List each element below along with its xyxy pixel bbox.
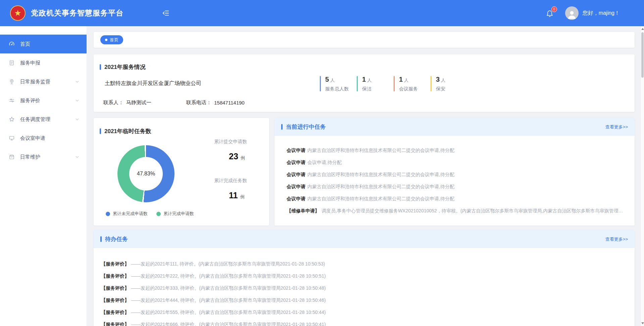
ongoing-tasks-title: 当前进行中任务 (286, 123, 326, 131)
donut-center-label: 47.83% (137, 171, 155, 177)
stat-label: 服务总人数 (325, 86, 349, 92)
staff-stats: 5人 服务总人数 1人 保洁 1人 会议服务 3人 保安 (320, 76, 445, 92)
document-icon (9, 60, 15, 66)
list-item[interactable]: 【服务评价】——发起的2021年555, 待评价。(内蒙古自治区鄂尔多斯市乌审旗… (101, 306, 627, 318)
list-item[interactable]: 会议申请内蒙古自治区呼和浩特市利信息技术有限公司二提交的会议申请,待分配 (287, 180, 627, 193)
list-item[interactable]: 会议申请内蒙古自治区呼和浩特市利信息技术有限公司二提交的会议申请,待分配 (287, 144, 627, 156)
title-bar-accent (100, 128, 101, 134)
stat-label: 保安 (436, 86, 445, 92)
scroll-down-arrow-icon[interactable] (641, 322, 644, 324)
collapse-sidebar-icon[interactable] (162, 9, 169, 17)
donut-chart: 47.83% (117, 145, 175, 202)
list-item[interactable]: 会议申请会议申请,待分配 (287, 156, 627, 168)
list-item[interactable]: 会议申请内蒙古自治区呼和浩特市利信息技术有限公司二提交的会议申请,待分配 (287, 193, 627, 205)
completed-stat: 累计完成任务数 11例 (214, 178, 264, 200)
list-item[interactable]: 【服务评价】——发起的2021年333, 待评价。(内蒙古自治区鄂尔多斯市乌审旗… (101, 282, 627, 294)
sidebar-item-service-declare[interactable]: 服务申报 (0, 53, 87, 72)
sidebar-item-label: 服务申报 (20, 60, 40, 66)
webcam-icon (9, 79, 15, 85)
sidebar-item-label: 日常维护 (20, 154, 40, 160)
sidebar: 首页 服务申报 日常服务监督 服务评价 (0, 26, 87, 326)
list-item[interactable]: 会议申请内蒙古自治区呼和浩特市利信息技术有限公司二提交的会议申请,待分配 (287, 168, 627, 180)
maintenance-icon (9, 154, 15, 160)
sliders-icon (9, 97, 15, 104)
legend-item-unfinished[interactable]: 累计未完成申请数 (106, 211, 148, 217)
sidebar-item-service-evaluation[interactable]: 服务评价 (0, 91, 87, 110)
sidebar-item-label: 服务评价 (20, 97, 40, 104)
legend-item-finished[interactable]: 累计完成申请数 (156, 211, 194, 217)
chevron-down-icon (75, 117, 79, 121)
contact-name: 马静测试一 (126, 99, 151, 106)
chevron-down-icon (75, 80, 79, 84)
breadcrumb: 首页 (94, 32, 635, 48)
scrollbar-thumb[interactable] (641, 32, 644, 78)
chevron-down-icon (75, 98, 79, 103)
todo-tasks-card: 待办任务 查看更多>> 【服务评价】——发起的2021年111, 待评价。(内蒙… (94, 230, 635, 326)
stat-color-bar (357, 76, 358, 91)
user-greeting[interactable]: 您好，majing！ (583, 10, 620, 17)
list-item[interactable]: 【服务评价】——发起的2021年222, 待评价。(内蒙古自治区鄂尔多斯市乌审旗… (101, 270, 627, 282)
sidebar-item-home[interactable]: 首页 (0, 35, 87, 53)
todo-tasks-title: 待办任务 (105, 235, 128, 243)
list-item[interactable]: 【服务评价】——发起的2021年666, 待评价。(内蒙古自治区鄂尔多斯市乌审旗… (101, 318, 627, 326)
notification-badge: 0 (551, 6, 557, 12)
breadcrumb-home-pill[interactable]: 首页 (100, 35, 123, 44)
legend-dot (106, 212, 110, 216)
stat-total-staff: 5人 服务总人数 (320, 76, 357, 92)
todo-tasks-header: 待办任务 查看更多>> (94, 230, 635, 248)
phone-label: 联系电话： (186, 99, 211, 106)
company-name: 土默特左旗金川开发区金厦广场物业公司 (105, 80, 201, 87)
sidebar-item-label: 日常服务监督 (20, 79, 50, 85)
ongoing-tasks-card: 当前进行中任务 查看更多>> 会议申请内蒙古自治区呼和浩特市利信息技术有限公司二… (275, 118, 635, 226)
sidebar-item-daily-maintenance[interactable]: 日常维护 (0, 148, 87, 166)
stat-label: 会议服务 (399, 86, 418, 92)
service-overview-title: 2021年服务情况 (100, 63, 146, 71)
service-overview-card: 2021年服务情况 土默特左旗金川开发区金厦广场物业公司 联系人： 马静测试一 … (94, 54, 635, 112)
ongoing-tasks-header: 当前进行中任务 查看更多>> (275, 118, 635, 136)
chevron-down-icon (75, 155, 79, 159)
contact-label: 联系人： (103, 99, 123, 106)
breadcrumb-label: 首页 (110, 37, 118, 43)
national-emblem-logo: ★ (10, 5, 26, 21)
legend-dot (156, 212, 161, 216)
sidebar-item-meeting-room[interactable]: 会议室申请 (0, 129, 87, 148)
ongoing-more-link[interactable]: 查看更多>> (605, 124, 628, 130)
dashboard-icon (9, 41, 15, 47)
sidebar-item-task-dispatch[interactable]: 任务调度管理 (0, 110, 87, 129)
stat-security: 3人 保安 (431, 76, 445, 92)
phone-number: 15847114190 (214, 100, 245, 106)
title-bar-accent (281, 124, 283, 130)
chart-legend: 累计未完成申请数 累计完成申请数 (106, 211, 194, 217)
contact-row: 联系人： 马静测试一 联系电话： 15847114190 (103, 99, 245, 106)
sidebar-item-daily-supervision[interactable]: 日常服务监督 (0, 72, 87, 91)
list-item[interactable]: 【维修单申请】调度员,事务中心管理员提交维修服务WX202102010052，待… (287, 205, 627, 217)
meeting-room-icon (9, 135, 15, 141)
stat-color-bar (320, 76, 321, 91)
title-bar-accent (100, 236, 102, 242)
stat-cleaning: 1人 保洁 (357, 76, 394, 92)
stat-meeting-service: 1人 会议服务 (394, 76, 431, 92)
temp-task-chart-card: 2021年临时任务数 47.83% 累计提交申请数 23例 累计完成任务数 11… (94, 118, 269, 226)
stat-label: 保洁 (362, 86, 371, 92)
list-item[interactable]: 【服务评价】——发起的2021年111, 待评价。(内蒙古自治区鄂尔多斯市乌审旗… (101, 258, 627, 270)
temp-task-chart-title: 2021年临时任务数 (100, 127, 151, 135)
app-title: 党政机关事务智慧服务平台 (31, 8, 123, 18)
list-item[interactable]: 【服务评价】——发起的2021年444, 待评价。(内蒙古自治区鄂尔多斯市乌审旗… (101, 294, 627, 306)
notification-bell-icon[interactable]: 0 (546, 9, 554, 17)
sidebar-item-label: 会议室申请 (20, 135, 45, 141)
stat-color-bar (394, 76, 395, 91)
scrollbar[interactable] (640, 26, 644, 326)
title-bar-accent (100, 64, 101, 70)
todo-more-link[interactable]: 查看更多>> (605, 236, 628, 242)
stat-color-bar (431, 76, 432, 91)
sidebar-item-label: 任务调度管理 (20, 116, 50, 123)
breadcrumb-dot (105, 39, 107, 41)
scroll-up-arrow-icon[interactable] (641, 28, 644, 30)
avatar[interactable] (565, 6, 579, 20)
sidebar-item-label: 首页 (20, 41, 30, 47)
star-icon (9, 116, 15, 122)
submitted-stat: 累计提交申请数 23例 (214, 139, 264, 161)
app-header: ★ 党政机关事务智慧服务平台 0 您好，majing！ (0, 0, 644, 26)
